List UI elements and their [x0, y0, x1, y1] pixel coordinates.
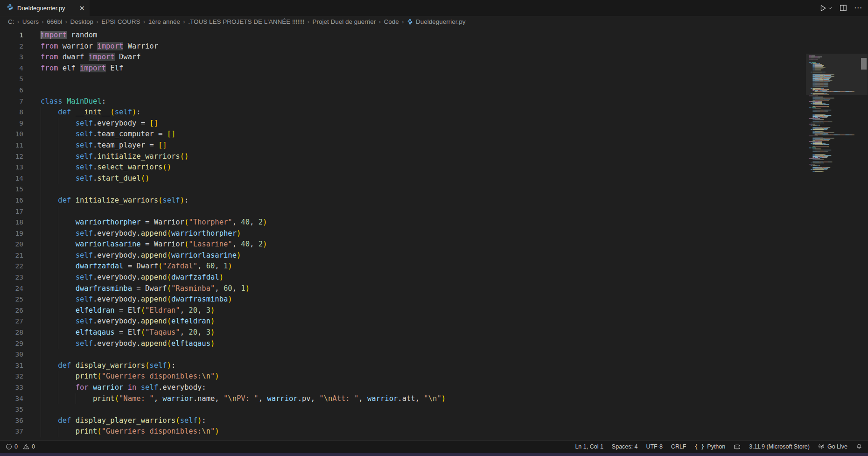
line-number[interactable]: 6: [0, 85, 23, 96]
line-number[interactable]: 19: [0, 228, 23, 239]
line-number[interactable]: 22: [0, 261, 23, 272]
code-line[interactable]: 37 print("Guerriers disponibles:\n"): [0, 426, 803, 437]
code-line[interactable]: 22 dwarfzafdal = Dwarf("Zafdal", 60, 1): [0, 261, 803, 272]
line-number[interactable]: 20: [0, 239, 23, 250]
line-number[interactable]: 23: [0, 272, 23, 283]
vertical-scrollbar[interactable]: [860, 54, 868, 456]
line-number[interactable]: 21: [0, 250, 23, 261]
code-line[interactable]: 23 self.everybody.append(dwarfzafdal): [0, 272, 803, 283]
indentation[interactable]: Spaces: 4: [612, 443, 638, 450]
code-line[interactable]: 5: [0, 74, 803, 85]
code-line[interactable]: 33 for warrior in self.everybody:: [0, 382, 803, 393]
line-number[interactable]: 26: [0, 305, 23, 316]
code-line[interactable]: 13 self.select_warriors(): [0, 162, 803, 173]
breadcrumb-item[interactable]: Dueldeguerrier.py: [407, 18, 466, 25]
breadcrumb-item[interactable]: C:: [8, 18, 14, 25]
code-line[interactable]: 20 warriorlasarine = Warrior("Lasarine",…: [0, 239, 803, 250]
code-line[interactable]: 32 print("Guerriers disponibles:\n"): [0, 371, 803, 382]
more-actions-button[interactable]: ⋯: [854, 6, 862, 10]
minimap[interactable]: [807, 54, 860, 456]
code-line[interactable]: 4from elf import Elf: [0, 63, 803, 74]
cursor-position[interactable]: Ln 1, Col 1: [575, 443, 603, 450]
breadcrumb-item[interactable]: 1ère année: [148, 18, 180, 25]
line-number[interactable]: 13: [0, 162, 23, 173]
code-line[interactable]: 28 elftaqaus = Elf("Taqaus", 20, 3): [0, 327, 803, 338]
run-button[interactable]: [819, 4, 833, 12]
line-number[interactable]: 25: [0, 294, 23, 305]
code-line[interactable]: 18 warriorthorpher = Warrior("Thorpher",…: [0, 217, 803, 228]
split-editor-button[interactable]: [840, 4, 847, 12]
line-number[interactable]: 11: [0, 140, 23, 151]
code-line[interactable]: 26 elfeldran = Elf("Eldran", 20, 3): [0, 305, 803, 316]
bell-icon[interactable]: [856, 443, 862, 450]
code-line[interactable]: 10 self.team_computer = []: [0, 129, 803, 140]
code-line[interactable]: 16 def initialize_warriors(self):: [0, 195, 803, 206]
line-number[interactable]: 34: [0, 393, 23, 405]
line-number[interactable]: 5: [0, 74, 23, 85]
go-live[interactable]: Go Live: [818, 443, 847, 450]
code-line[interactable]: 24 dwarfrasminba = Dwarf("Rasminba", 60,…: [0, 283, 803, 295]
breadcrumb-item[interactable]: EPSI COURS: [101, 18, 140, 25]
line-number[interactable]: 17: [0, 206, 23, 217]
code-line[interactable]: 11 self.team_player = []: [0, 140, 803, 151]
code-line[interactable]: 31 def display_warriors(self):: [0, 360, 803, 372]
problems-indicator[interactable]: 0 0: [6, 443, 35, 450]
close-icon[interactable]: ✕: [79, 5, 85, 12]
breadcrumb-item[interactable]: Desktop: [70, 18, 93, 25]
line-number[interactable]: 8: [0, 107, 23, 118]
encoding[interactable]: UTF-8: [646, 443, 662, 450]
code-line[interactable]: 34 print("Name: ", warrior.name, "\nPV: …: [0, 393, 803, 405]
python-interpreter[interactable]: 3.11.9 (Microsoft Store): [749, 443, 810, 450]
line-number[interactable]: 31: [0, 360, 23, 372]
code-line[interactable]: 2from warrior import Warrior: [0, 41, 803, 52]
code-line[interactable]: 35: [0, 404, 803, 415]
line-number[interactable]: 9: [0, 118, 23, 129]
minimap-slider[interactable]: [806, 54, 868, 95]
line-number[interactable]: 16: [0, 195, 23, 206]
breadcrumb-item[interactable]: .TOUS LES PROJETS DE L'ANNÉE !!!!!!!: [188, 18, 304, 25]
code-editor[interactable]: 1import random2from warrior import Warri…: [0, 27, 868, 440]
code-line[interactable]: 27 self.everybody.append(elfeldran): [0, 316, 803, 327]
code-line[interactable]: 6: [0, 85, 803, 96]
code-line[interactable]: 21 self.everybody.append(warriorlasarine…: [0, 250, 803, 261]
eol-sequence[interactable]: CRLF: [671, 443, 686, 450]
code-line[interactable]: 14 self.start_duel(): [0, 173, 803, 184]
code-line[interactable]: 15: [0, 184, 803, 195]
code-line[interactable]: 19 self.everybody.append(warriorthorpher…: [0, 228, 803, 239]
code-line[interactable]: 7class MainDuel:: [0, 96, 803, 107]
code-line[interactable]: 1import random: [0, 30, 803, 41]
line-number[interactable]: 35: [0, 404, 23, 415]
copilot-icon[interactable]: [734, 444, 741, 450]
line-number[interactable]: 12: [0, 151, 23, 162]
line-number[interactable]: 3: [0, 52, 23, 63]
line-number[interactable]: 1: [0, 30, 23, 41]
code-line[interactable]: 29 self.everybody.append(elftaqaus): [0, 338, 803, 350]
line-number[interactable]: 27: [0, 316, 23, 327]
line-number[interactable]: 15: [0, 184, 23, 195]
line-number[interactable]: 10: [0, 129, 23, 140]
line-number[interactable]: 33: [0, 382, 23, 393]
code-line[interactable]: 3from dwarf import Dwarf: [0, 52, 803, 63]
breadcrumb-item[interactable]: Users: [22, 18, 39, 25]
code-line[interactable]: 25 self.everybody.append(dwarfrasminba): [0, 294, 803, 305]
line-number[interactable]: 37: [0, 426, 23, 437]
code-line[interactable]: 36 def display_player_warriors(self):: [0, 415, 803, 427]
line-number[interactable]: 14: [0, 173, 23, 184]
line-number[interactable]: 24: [0, 283, 23, 295]
line-number[interactable]: 18: [0, 217, 23, 228]
code-line[interactable]: 8 def __init__(self):: [0, 107, 803, 118]
line-number[interactable]: 30: [0, 349, 23, 360]
tab-dueldeguerrier[interactable]: Dueldeguerrier.py ✕: [0, 0, 90, 16]
line-number[interactable]: 2: [0, 41, 23, 52]
code-line[interactable]: 17: [0, 206, 803, 217]
line-number[interactable]: 29: [0, 338, 23, 350]
line-number[interactable]: 36: [0, 415, 23, 427]
line-number[interactable]: 4: [0, 63, 23, 74]
code-line[interactable]: 9 self.everybody = []: [0, 118, 803, 129]
breadcrumb-item[interactable]: 666bl: [47, 18, 62, 25]
code-line[interactable]: 30: [0, 349, 803, 360]
line-number[interactable]: 32: [0, 371, 23, 382]
breadcrumb-item[interactable]: Projet Duel de guerrier: [313, 18, 376, 25]
line-number[interactable]: 7: [0, 96, 23, 107]
line-number[interactable]: 28: [0, 327, 23, 338]
